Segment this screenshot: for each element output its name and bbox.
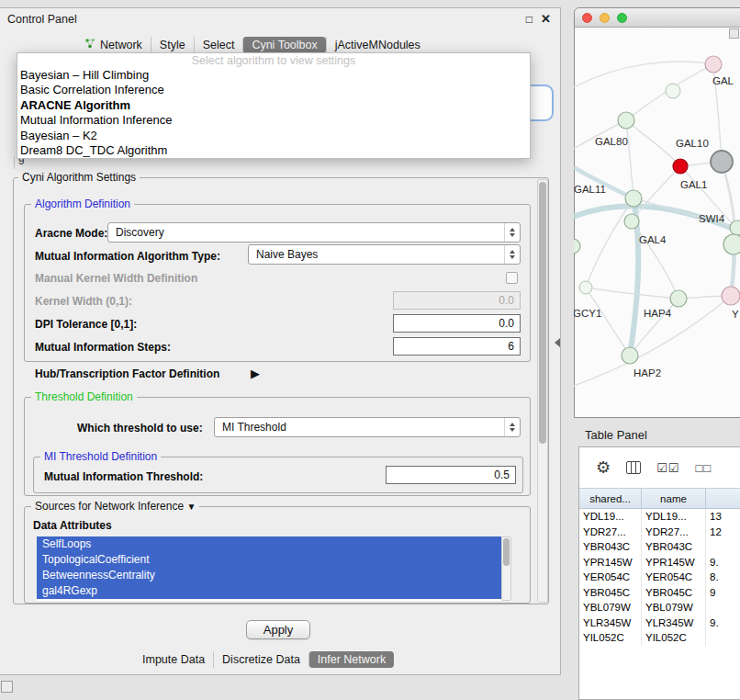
- manual-kernel-checkbox: [506, 272, 518, 284]
- dpi-tolerance-label: DPI Tolerance [0,1]:: [35, 318, 137, 331]
- network-edge: [586, 288, 678, 299]
- node-unlabeled[interactable]: [723, 234, 740, 254]
- node-label: GAL: [712, 75, 734, 86]
- mi-type-label: Mutual Information Algorithm Type:: [35, 250, 220, 263]
- node-gal4[interactable]: [624, 214, 639, 229]
- table-header: shared... name: [579, 488, 740, 509]
- node-unlabeled[interactable]: [666, 84, 680, 98]
- node-hap4[interactable]: [670, 290, 687, 307]
- column-header-shared[interactable]: shared...: [579, 489, 642, 508]
- table-body: YDL19... YDL19... 13 YDR27... YDR27... 1…: [579, 509, 740, 646]
- clear-all-checks-icon[interactable]: □□: [695, 461, 712, 475]
- attributes-scrollbar-thumb[interactable]: [503, 538, 510, 566]
- combo-stepper-icon: [504, 418, 519, 436]
- table-row[interactable]: YDR27... YDR27... 12: [579, 525, 740, 540]
- zoom-traffic-icon[interactable]: [617, 13, 627, 23]
- node-gal11[interactable]: [625, 190, 642, 207]
- tab-cyni-toolbox[interactable]: Cyni Toolbox: [242, 37, 325, 53]
- table-row[interactable]: YBL079W YBL079W: [579, 600, 740, 615]
- gear-icon[interactable]: ⚙: [596, 459, 611, 476]
- threshold-definition-title: Threshold Definition: [31, 390, 137, 403]
- node-gal80[interactable]: [618, 112, 634, 129]
- data-attribute-item[interactable]: gal4RGexp: [37, 583, 501, 599]
- column-header-name[interactable]: name: [642, 489, 706, 508]
- splitter-collapse-icon[interactable]: [555, 338, 560, 347]
- cyni-settings-group-title: Cyni Algorithm Settings: [18, 171, 140, 184]
- table-panel: ⚙ ☑☑ □□ shared... name YDL19... YDL19...…: [578, 446, 740, 700]
- data-attribute-item[interactable]: TopologicalCoefficient: [37, 552, 501, 568]
- close-icon[interactable]: ✕: [541, 14, 551, 25]
- tab-impute-data[interactable]: Impute Data: [134, 651, 213, 668]
- columns-icon[interactable]: [626, 461, 641, 474]
- mi-threshold-label: Mutual Information Threshold:: [44, 470, 203, 483]
- panel-title: Control Panel: [7, 13, 77, 26]
- table-row[interactable]: YER054C YER054C 8.: [579, 570, 740, 585]
- float-icon[interactable]: □: [526, 14, 533, 25]
- sources-group-title[interactable]: Sources for Network Inference ▼: [31, 500, 199, 514]
- node-label: GAL1: [680, 179, 707, 190]
- network-canvas[interactable]: GAL GAL80 GAL10 GAL1 GAL11 GAL4 SWI4 GCY…: [574, 26, 740, 417]
- network-edge: [626, 120, 633, 198]
- control-panel-bottom-tabs: Impute Data Discretize Data Infer Networ…: [134, 649, 394, 669]
- algorithm-option[interactable]: Mutual Information Inference: [17, 113, 530, 128]
- which-threshold-label: Which threshold to use:: [77, 422, 203, 435]
- data-attribute-item[interactable]: SelfLoops: [37, 536, 501, 552]
- aracne-mode-select[interactable]: Discovery: [107, 222, 521, 243]
- node-label: GAL10: [676, 138, 709, 149]
- hub-expand-icon[interactable]: ▶: [251, 367, 260, 380]
- mi-threshold-field[interactable]: 0.5: [386, 466, 516, 484]
- node-gal[interactable]: [705, 56, 722, 73]
- control-panel-titlebar: Control Panel □ ✕: [0, 8, 560, 30]
- node-gal1[interactable]: [673, 159, 688, 174]
- table-row[interactable]: YBR043C YBR043C: [579, 539, 740, 555]
- node-gcy1[interactable]: [579, 281, 592, 294]
- close-traffic-icon[interactable]: [582, 13, 592, 23]
- minimize-traffic-icon[interactable]: [600, 13, 610, 23]
- kernel-width-label: Kernel Width (0,1):: [35, 295, 132, 308]
- node-label: GAL4: [639, 234, 667, 245]
- which-threshold-select[interactable]: MI Threshold: [214, 417, 521, 437]
- tab-jactivemnodules[interactable]: jActiveMNodules: [326, 37, 429, 53]
- tab-discretize-data[interactable]: Discretize Data: [213, 651, 308, 668]
- node-edge-left[interactable]: [574, 239, 580, 254]
- node-label: HAP4: [644, 308, 672, 319]
- settings-scrollbar-thumb[interactable]: [539, 182, 546, 444]
- mi-steps-field[interactable]: 6: [393, 337, 521, 356]
- node-label: GAL80: [595, 136, 628, 147]
- node-swi4[interactable]: [730, 220, 740, 235]
- node-y[interactable]: [722, 287, 740, 305]
- table-row[interactable]: YLR345W YLR345W 9.: [579, 615, 740, 631]
- tab-network[interactable]: Network: [77, 36, 151, 53]
- mi-type-select[interactable]: Naive Bayes: [248, 244, 521, 265]
- combo-stepper-icon: [504, 245, 519, 264]
- algorithm-option[interactable]: Bayesian – Hill Climbing: [17, 68, 530, 83]
- algorithm-option[interactable]: ARACNE Algorithm: [17, 98, 530, 113]
- tab-style[interactable]: Style: [151, 37, 194, 53]
- algorithm-option[interactable]: Bayesian – K2: [17, 129, 530, 143]
- node-gal10[interactable]: [711, 151, 733, 173]
- node-hap2[interactable]: [622, 347, 638, 364]
- network-edge: [586, 288, 630, 356]
- select-all-checks-icon[interactable]: ☑☑: [656, 461, 679, 475]
- algorithm-dropdown-popup: Select algorithm to view settings Bayesi…: [17, 52, 531, 159]
- dropdown-prompt: Select algorithm to view settings: [17, 53, 530, 68]
- tab-select[interactable]: Select: [194, 37, 243, 53]
- data-attribute-item[interactable]: BetweennessCentrality: [37, 568, 501, 583]
- partial-group-corner: [14, 156, 15, 169]
- column-header-cut[interactable]: [706, 489, 740, 508]
- hub-definition-label[interactable]: Hub/Transcription Factor Definition: [35, 367, 219, 380]
- algorithm-option[interactable]: Basic Correlation Inference: [17, 83, 530, 97]
- data-attributes-label: Data Attributes: [33, 519, 112, 532]
- algorithm-definition-title: Algorithm Definition: [31, 198, 134, 210]
- algorithm-option[interactable]: Dream8 DC_TDC Algorithm: [17, 143, 530, 158]
- node-label: HAP2: [633, 367, 661, 378]
- panel-grid-icon[interactable]: [1, 681, 13, 693]
- apply-button[interactable]: Apply: [246, 620, 310, 639]
- table-row[interactable]: YBR045C YBR045C 9: [579, 585, 740, 601]
- dpi-tolerance-field[interactable]: 0.0: [393, 314, 521, 333]
- table-row[interactable]: YPR145W YPR145W 9.: [579, 555, 740, 570]
- table-row[interactable]: YDL19... YDL19... 13: [579, 509, 740, 525]
- tab-infer-network[interactable]: Infer Network: [308, 651, 394, 668]
- collapse-icon[interactable]: ▼: [186, 502, 196, 512]
- table-row[interactable]: YIL052C YIL052C: [579, 630, 740, 646]
